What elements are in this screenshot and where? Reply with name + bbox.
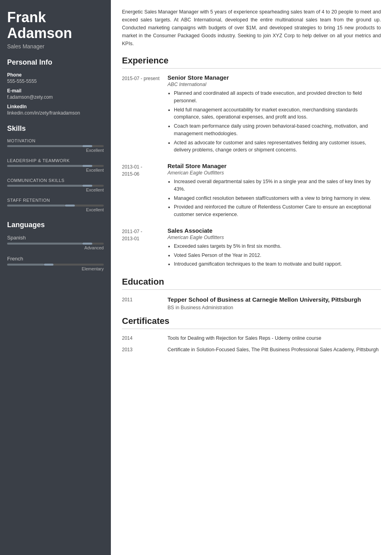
languages-list: Spanish Advanced French Elementary — [7, 235, 104, 271]
skill-item: STAFF RETENTION Excellent — [7, 198, 104, 212]
exp-job-title: Retail Store Manager — [167, 163, 381, 169]
skill-bar-fill — [7, 145, 82, 147]
phone-value: 555-555-5555 — [7, 78, 104, 84]
skill-name: STAFF RETENTION — [7, 198, 104, 203]
sidebar: Frank Adamson Sales Manager Personal Inf… — [0, 0, 111, 555]
exp-content: Sales Associate American Eagle Outfitter… — [167, 227, 381, 270]
skill-bar-fill — [7, 205, 65, 207]
language-bar-accent — [44, 264, 53, 266]
skill-bar-accent — [82, 145, 92, 147]
language-bar — [7, 264, 104, 266]
exp-date: 2013-01 -2015-06 — [122, 163, 167, 220]
skills-heading: Skills — [7, 124, 104, 133]
certificate-item: 2013 Certificate in Solution-Focused Sal… — [122, 346, 381, 354]
exp-content: Senior Store Manager ABC International P… — [167, 74, 381, 155]
main-content: Energetic Sales Manager Manager with 5 y… — [111, 0, 392, 555]
bullet-item: Provided and reinforced the culture of R… — [174, 203, 381, 218]
email-value: f.adamson@zety.com — [7, 94, 104, 100]
skill-bar-fill — [7, 185, 82, 187]
bullet-item: Introduced gamification techniques to th… — [174, 260, 381, 268]
email-label: E-mail — [7, 88, 104, 94]
skill-bar-fill — [7, 165, 82, 167]
exp-bullets: Increased overall departmental sales by … — [167, 178, 381, 218]
exp-job-title: Senior Store Manager — [167, 74, 381, 81]
exp-bullets: Exceeded sales targets by 5% in first si… — [167, 243, 381, 268]
language-item: Spanish Advanced — [7, 235, 104, 250]
exp-content: Retail Store Manager American Eagle Outf… — [167, 163, 381, 220]
skills-list: MOTIVATION Excellent LEADERSHIP & TEAMWO… — [7, 138, 104, 212]
language-item: French Elementary — [7, 256, 104, 271]
certificates-section: Certificates 2014 Tools for Dealing with… — [122, 316, 381, 354]
language-bar-fill — [7, 243, 82, 245]
edu-degree: BS in Business Administration — [167, 305, 381, 310]
skill-bar-accent — [65, 205, 74, 207]
skill-item: LEADERSHIP & TEAMWORK Excellent — [7, 158, 104, 172]
education-heading: Education — [122, 277, 381, 287]
bullet-item: Coach team performance daily using prove… — [174, 122, 381, 138]
language-bar-fill — [7, 264, 44, 266]
edu-date: 2011 — [122, 295, 167, 310]
phone-label: Phone — [7, 72, 104, 78]
experience-divider — [122, 68, 381, 69]
candidate-name: Frank Adamson — [7, 10, 104, 41]
linkedin-value: linkedin.com/in/zety/frankadamson — [7, 110, 104, 116]
skill-bar — [7, 145, 104, 147]
experience-section: Experience 2015-07 - present Senior Stor… — [122, 56, 381, 270]
experience-heading: Experience — [122, 56, 381, 66]
exp-date: 2011-07 -2013-01 — [122, 227, 167, 270]
skill-name: COMMUNICATION SKILLS — [7, 178, 104, 183]
skill-bar-accent — [82, 185, 92, 187]
skill-name: MOTIVATION — [7, 138, 104, 143]
cert-content: Certificate in Solution-Focused Sales, T… — [167, 346, 381, 354]
exp-bullets: Planned and coordinated all aspects of t… — [167, 90, 381, 154]
skill-level: Excellent — [7, 168, 104, 172]
languages-heading: Languages — [7, 221, 104, 229]
skill-item: COMMUNICATION SKILLS Excellent — [7, 178, 104, 192]
skill-level: Excellent — [7, 207, 104, 212]
summary-text: Energetic Sales Manager Manager with 5 y… — [122, 8, 381, 48]
language-bar — [7, 243, 104, 245]
skill-bar-accent — [82, 165, 92, 167]
bullet-item: Managed conflict resolution between staf… — [174, 195, 381, 202]
education-item: 2011 Tepper School of Business at Carneg… — [122, 295, 381, 310]
skill-bar — [7, 185, 104, 187]
experience-item: 2013-01 -2015-06 Retail Store Manager Am… — [122, 163, 381, 220]
education-divider — [122, 289, 381, 290]
education-section: Education 2011 Tepper School of Business… — [122, 277, 381, 310]
edu-content: Tepper School of Business at Carnegie Me… — [167, 295, 381, 310]
language-bar-accent — [82, 243, 92, 245]
bullet-item: Planned and coordinated all aspects of t… — [174, 90, 381, 105]
certificates-heading: Certificates — [122, 316, 381, 326]
certificates-divider — [122, 329, 381, 329]
bullet-item: Acted as advocate for customer and sales… — [174, 139, 381, 154]
certificates-list: 2014 Tools for Dealing with Rejection fo… — [122, 335, 381, 354]
exp-date: 2015-07 - present — [122, 74, 167, 155]
skill-bar — [7, 165, 104, 167]
education-list: 2011 Tepper School of Business at Carneg… — [122, 295, 381, 310]
language-name: French — [7, 256, 104, 262]
skill-level: Excellent — [7, 148, 104, 153]
language-level: Elementary — [7, 266, 104, 271]
language-level: Advanced — [7, 245, 104, 250]
exp-job-title: Sales Associate — [167, 227, 381, 234]
personal-info-heading: Personal Info — [7, 58, 104, 67]
bullet-item: Held full management accountability for … — [174, 106, 381, 121]
bullet-item: Increased overall departmental sales by … — [174, 178, 381, 193]
cert-date: 2013 — [122, 346, 167, 354]
experience-list: 2015-07 - present Senior Store Manager A… — [122, 74, 381, 270]
cert-content: Tools for Dealing with Rejection for Sal… — [167, 335, 381, 342]
certificate-item: 2014 Tools for Dealing with Rejection fo… — [122, 335, 381, 342]
bullet-item: Voted Sales Person of the Year in 2012. — [174, 252, 381, 259]
experience-item: 2015-07 - present Senior Store Manager A… — [122, 74, 381, 155]
language-name: Spanish — [7, 235, 104, 241]
edu-school: Tepper School of Business at Carnegie Me… — [167, 295, 381, 304]
skill-level: Excellent — [7, 188, 104, 192]
cert-date: 2014 — [122, 335, 167, 342]
candidate-title: Sales Manager — [7, 43, 104, 50]
exp-company: American Eagle Outfitters — [167, 170, 381, 176]
linkedin-label: LinkedIn — [7, 104, 104, 109]
bullet-item: Exceeded sales targets by 5% in first si… — [174, 243, 381, 250]
experience-item: 2011-07 -2013-01 Sales Associate America… — [122, 227, 381, 270]
exp-company: ABC International — [167, 82, 381, 87]
skill-item: MOTIVATION Excellent — [7, 138, 104, 153]
